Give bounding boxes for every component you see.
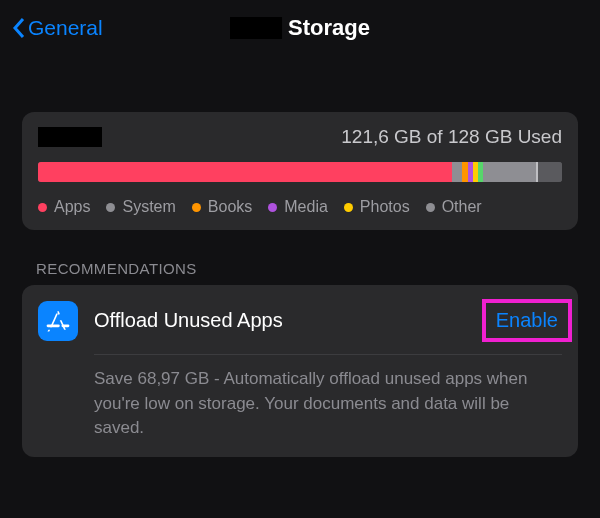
device-name-redaction (38, 127, 102, 147)
legend-dot-icon (344, 203, 353, 212)
legend-item: System (106, 198, 175, 216)
legend-dot-icon (426, 203, 435, 212)
storage-segment-free (538, 162, 562, 182)
legend-dot-icon (268, 203, 277, 212)
legend-label: System (122, 198, 175, 216)
legend-item: Other (426, 198, 482, 216)
page-title: Storage (288, 15, 370, 41)
app-store-icon (38, 301, 78, 341)
recommendation-card: Offload Unused Apps Enable Save 68,97 GB… (22, 285, 578, 457)
nav-title-area: Storage (230, 15, 370, 41)
storage-segment-system (452, 162, 462, 182)
legend-dot-icon (38, 203, 47, 212)
nav-bar: General Storage (0, 0, 600, 56)
legend-label: Books (208, 198, 252, 216)
svg-rect-1 (62, 324, 70, 327)
legend-label: Apps (54, 198, 90, 216)
recommendation-row: Offload Unused Apps Enable (38, 299, 562, 342)
storage-card: 121,6 GB of 128 GB Used AppsSystemBooksM… (22, 112, 578, 230)
back-button[interactable]: General (12, 16, 103, 40)
storage-bar (38, 162, 562, 182)
back-label: General (28, 16, 103, 40)
storage-summary-row: 121,6 GB of 128 GB Used (38, 126, 562, 148)
nav-title-redaction (230, 17, 282, 39)
recommendations-header: RECOMMENDATIONS (36, 260, 578, 277)
storage-segment-fill1 (483, 162, 535, 182)
enable-highlight: Enable (482, 299, 572, 342)
storage-segment-apps (38, 162, 452, 182)
content: 121,6 GB of 128 GB Used AppsSystemBooksM… (0, 56, 600, 457)
legend-item: Media (268, 198, 328, 216)
storage-legend: AppsSystemBooksMediaPhotosOther (38, 198, 562, 216)
legend-dot-icon (192, 203, 201, 212)
legend-item: Books (192, 198, 252, 216)
legend-label: Photos (360, 198, 410, 216)
legend-item: Apps (38, 198, 90, 216)
legend-label: Other (442, 198, 482, 216)
storage-used-text: 121,6 GB of 128 GB Used (341, 126, 562, 148)
legend-item: Photos (344, 198, 410, 216)
chevron-left-icon (12, 17, 26, 39)
recommendation-description: Save 68,97 GB - Automatically offload un… (94, 367, 562, 441)
svg-rect-0 (47, 324, 60, 327)
legend-dot-icon (106, 203, 115, 212)
legend-label: Media (284, 198, 328, 216)
enable-button[interactable]: Enable (496, 309, 558, 332)
separator (94, 354, 562, 355)
recommendation-title: Offload Unused Apps (94, 309, 466, 332)
